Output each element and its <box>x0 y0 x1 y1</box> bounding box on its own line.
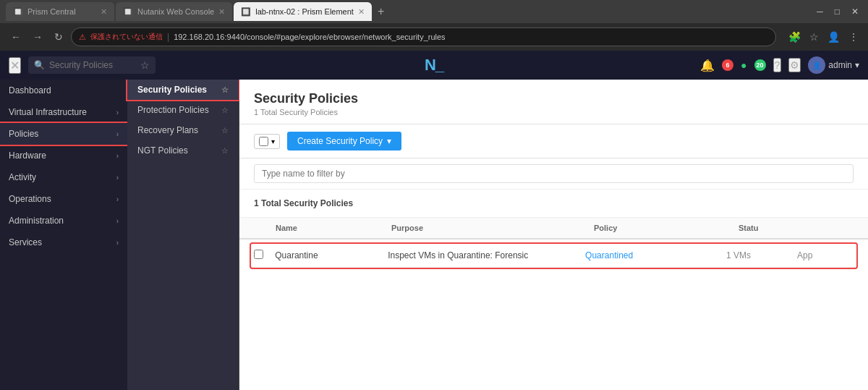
tab-nutanix-web-console[interactable]: 🔲 Nutanix Web Console ✕ <box>116 2 232 21</box>
sub-sidebar-item-recovery-plans[interactable]: Recovery Plans ☆ <box>127 120 239 140</box>
star-icon[interactable]: ☆ <box>221 146 229 156</box>
table-header: Name Purpose Policy Statu <box>239 218 868 239</box>
sidebar-item-label: Policies <box>9 129 38 139</box>
td-name: Quarantine <box>275 250 388 260</box>
sidebar-item-activity[interactable]: Activity › <box>0 166 127 188</box>
td-purpose: Inspect VMs in Quarantine: Forensic <box>388 250 585 260</box>
app-search-box[interactable]: 🔍 ☆ <box>28 56 156 74</box>
sidebar: Dashboard Virtual Infrastructure › Polic… <box>0 80 127 390</box>
tab-bar: 🔲 Prism Central ✕ 🔲 Nutanix Web Console … <box>0 0 868 23</box>
tab-favicon-1: 🔲 <box>13 7 23 17</box>
sidebar-item-virtual-infrastructure[interactable]: Virtual Infrastructure › <box>0 101 127 123</box>
chevron-right-icon: › <box>116 130 119 138</box>
main-toolbar: ▾ Create Security Policy ▾ <box>239 124 868 158</box>
policy-link[interactable]: Quarantined <box>585 250 633 260</box>
maximize-button[interactable]: □ <box>831 5 843 18</box>
browser-chrome: 🔲 Prism Central ✕ 🔲 Nutanix Web Console … <box>0 0 868 51</box>
table-container: 1 Total Security Policies Name Purpose P… <box>239 190 868 390</box>
admin-menu[interactable]: 👤 admin ▾ <box>808 56 859 74</box>
dropdown-arrow-icon[interactable]: ▾ <box>271 137 275 145</box>
tab-prism-element[interactable]: 🔲 lab-ntnx-02 : Prism Element ✕ <box>234 2 372 21</box>
sidebar-item-hardware[interactable]: Hardware › <box>0 145 127 166</box>
bookmark-star-icon[interactable]: ☆ <box>140 59 150 71</box>
task-dot-icon: ● <box>741 59 746 71</box>
star-icon[interactable]: ☆ <box>221 106 229 115</box>
close-window-button[interactable]: ✕ <box>848 5 862 18</box>
sidebar-item-operations[interactable]: Operations › <box>0 188 127 210</box>
refresh-button[interactable]: ↻ <box>51 30 67 44</box>
address-text[interactable]: 192.168.20.16:9440/console/#page/explore… <box>174 33 445 41</box>
sidebar-item-label: Operations <box>9 194 51 204</box>
sub-sidebar-item-protection-policies[interactable]: Protection Policies ☆ <box>127 100 239 120</box>
sidebar-item-policies[interactable]: Policies › <box>0 123 127 145</box>
sub-sidebar-item-security-policies[interactable]: Security Policies ☆ <box>127 80 239 100</box>
security-warning-icon: ⚠ <box>79 33 86 42</box>
close-sidebar-button[interactable]: ✕ <box>9 57 21 74</box>
tab-close-1[interactable]: ✕ <box>101 7 107 17</box>
chevron-right-icon: › <box>116 239 119 247</box>
table-row[interactable]: Quarantine Inspect VMs in Quarantine: Fo… <box>251 244 856 268</box>
sidebar-item-label: Activity <box>9 172 36 182</box>
admin-label: admin <box>828 60 852 70</box>
main-header: Security Policies 1 Total Security Polic… <box>239 80 868 124</box>
minimize-button[interactable]: ─ <box>813 5 827 18</box>
table-count: 1 Total Security Policies <box>239 190 868 218</box>
search-input[interactable] <box>49 60 136 70</box>
chevron-right-icon: › <box>116 217 119 225</box>
avatar: 👤 <box>808 56 825 74</box>
chevron-right-icon: › <box>116 152 119 160</box>
sidebar-item-label: Services <box>9 237 42 247</box>
sidebar-item-label: Virtual Infrastructure <box>9 107 87 117</box>
sidebar-item-label: Hardware <box>9 151 46 161</box>
forward-button[interactable]: → <box>29 30 46 44</box>
sidebar-item-label: Administration <box>9 216 64 226</box>
filter-row <box>239 158 868 190</box>
td-policy: Quarantined <box>585 250 726 260</box>
dropdown-chevron-icon: ▾ <box>387 136 391 146</box>
profile-button[interactable]: 👤 <box>825 29 842 45</box>
menu-button[interactable]: ⋮ <box>846 29 861 45</box>
star-icon[interactable]: ☆ <box>221 126 229 135</box>
new-tab-button[interactable]: + <box>373 5 388 18</box>
tab-close-3[interactable]: ✕ <box>358 7 365 17</box>
tab-prism-central[interactable]: 🔲 Prism Central ✕ <box>6 2 114 21</box>
address-bar-row: ← → ↻ ⚠ 保護されていない通信 | 192.168.20.16:9440/… <box>0 23 868 51</box>
admin-chevron-icon: ▾ <box>855 60 859 70</box>
td-status: App <box>797 250 854 260</box>
th-policy: Policy <box>594 224 739 232</box>
sub-sidebar-item-ngt-policies[interactable]: NGT Policies ☆ <box>127 140 239 161</box>
sidebar-item-dashboard[interactable]: Dashboard <box>0 80 127 101</box>
sidebar-item-administration[interactable]: Administration › <box>0 210 127 232</box>
tab-close-2[interactable]: ✕ <box>218 7 225 17</box>
th-name: Name <box>276 224 391 232</box>
row-checkbox[interactable] <box>254 250 263 259</box>
extensions-button[interactable]: 🧩 <box>786 29 803 45</box>
star-icon[interactable]: ☆ <box>221 85 229 95</box>
sidebar-item-label: Dashboard <box>9 85 51 96</box>
select-all-checkbox[interactable] <box>259 137 268 146</box>
sidebar-item-services[interactable]: Services › <box>0 232 127 253</box>
create-security-policy-button[interactable]: Create Security Policy ▾ <box>287 132 401 151</box>
tab-favicon-3: 🔲 <box>241 7 251 17</box>
page-title: Security Policies <box>254 91 854 106</box>
td-check <box>254 250 275 261</box>
create-label: Create Security Policy <box>297 136 383 146</box>
app-logo: N_ <box>425 56 443 75</box>
select-all-checkbox-area[interactable]: ▾ <box>254 134 280 149</box>
back-button[interactable]: ← <box>7 30 25 44</box>
alert-bell-icon[interactable]: 🔔 <box>700 59 715 72</box>
td-vms: 1 VMs <box>726 250 783 260</box>
app-bar: ✕ 🔍 ☆ N_ 🔔 6 ● 20 ? ⚙ 👤 admin ▾ <box>0 51 868 80</box>
bookmark-button[interactable]: ☆ <box>807 29 821 45</box>
alert-badge: 6 <box>722 59 733 71</box>
address-bar: ⚠ 保護されていない通信 | 192.168.20.16:9440/consol… <box>71 27 776 46</box>
th-purpose: Purpose <box>391 224 594 232</box>
nutanix-logo: N_ <box>425 56 443 74</box>
filter-input[interactable] <box>254 164 854 183</box>
sub-sidebar-label: Security Policies <box>137 85 207 95</box>
address-separator: | <box>167 32 169 42</box>
tab-favicon-2: 🔲 <box>123 7 133 17</box>
gear-button[interactable]: ⚙ <box>788 58 801 72</box>
chevron-right-icon: › <box>116 109 119 116</box>
help-button[interactable]: ? <box>773 58 782 72</box>
